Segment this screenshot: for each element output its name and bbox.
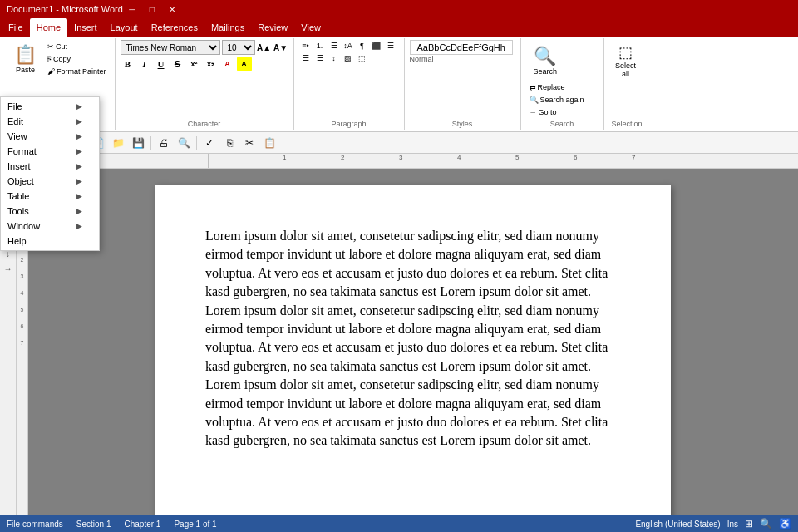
- menu-item-references[interactable]: References: [145, 18, 204, 37]
- toolbar-preview-btn[interactable]: 🔍: [175, 135, 193, 151]
- dropdown-item-insert-label: Insert: [7, 161, 31, 171]
- menu-item-layout[interactable]: Layout: [104, 18, 145, 37]
- dropdown-item-window[interactable]: Window ▶: [1, 219, 99, 234]
- toolbar-spell-btn[interactable]: ✓: [200, 135, 219, 151]
- bullets-button[interactable]: ≡•: [299, 40, 313, 52]
- dropdown-item-view[interactable]: View ▶: [1, 129, 99, 144]
- decrease-size-button[interactable]: A▼: [273, 40, 288, 55]
- outline-button[interactable]: ☰: [328, 40, 341, 52]
- align-center-button[interactable]: ☰: [384, 40, 397, 52]
- close-button[interactable]: ✕: [163, 2, 181, 16]
- pilcrow-button[interactable]: ¶: [356, 40, 369, 52]
- styles-group-label: Styles: [410, 118, 515, 128]
- font-family-select[interactable]: Times New Roman Arial Calibri: [121, 40, 220, 55]
- toolbar-save-btn[interactable]: 💾: [129, 135, 147, 151]
- search-label: Search: [534, 67, 558, 76]
- paste-button[interactable]: 📋 Paste: [8, 40, 42, 78]
- menu-item-insert[interactable]: Insert: [67, 18, 104, 37]
- dropdown-item-format-arrow: ▶: [76, 147, 82, 155]
- dropdown-item-tools-label: Tools: [7, 206, 29, 216]
- dropdown-item-table[interactable]: Table ▶: [1, 189, 99, 204]
- ribbon-search-group: 🔍 Search ⇄ Replace 🔍 Search again → Go t…: [521, 38, 604, 130]
- highlight-button[interactable]: A: [237, 57, 252, 71]
- toolbar-separator-3: [196, 136, 197, 150]
- bold-button[interactable]: B: [121, 57, 135, 71]
- dropdown-item-file-label: File: [7, 101, 22, 111]
- dropdown-item-table-arrow: ▶: [76, 192, 82, 200]
- menu-item-review[interactable]: Review: [251, 18, 294, 37]
- align-left-button[interactable]: ⬛: [370, 40, 383, 52]
- dropdown-item-help[interactable]: Help: [1, 234, 99, 249]
- document-page[interactable]: Lorem ipsum dolor sit amet, consetetur s…: [155, 185, 671, 532]
- superscript-button[interactable]: x²: [187, 57, 202, 71]
- document-text[interactable]: Lorem ipsum dolor sit amet, consetetur s…: [205, 227, 621, 451]
- borders-button[interactable]: ⬚: [356, 52, 369, 64]
- v-ruler-mark-3: 3: [17, 268, 27, 285]
- dropdown-item-edit-label: Edit: [7, 116, 23, 126]
- dropdown-item-window-arrow: ▶: [76, 222, 82, 230]
- select-all-button[interactable]: ⬚ Select all: [609, 40, 643, 81]
- cut-button[interactable]: ✂ Cut: [44, 41, 110, 52]
- dropdown-item-tools[interactable]: Tools ▶: [1, 204, 99, 219]
- status-page: Page 1 of 1: [174, 520, 216, 529]
- increase-size-button[interactable]: A▲: [257, 40, 272, 55]
- goto-icon: →: [530, 108, 537, 116]
- dropdown-item-edit[interactable]: Edit ▶: [1, 114, 99, 129]
- menu-item-file[interactable]: File: [2, 18, 30, 37]
- font-color-button[interactable]: A: [220, 57, 235, 71]
- status-chapter: Chapter 1: [125, 520, 161, 529]
- dropdown-item-file[interactable]: File ▶: [1, 99, 99, 114]
- ribbon: 📋 Paste ✂ Cut ⎘ Copy 🖌 Format Painter Cl…: [0, 37, 798, 132]
- menu-item-mailings[interactable]: Mailings: [204, 18, 251, 37]
- restore-button[interactable]: □: [143, 2, 161, 16]
- dropdown-item-object[interactable]: Object ▶: [1, 174, 99, 189]
- align-right-button[interactable]: ☰: [299, 52, 313, 64]
- search-again-button[interactable]: 🔍 Search again: [526, 94, 588, 106]
- underline-button[interactable]: U: [154, 57, 169, 71]
- menu-bar: File Home Insert Layout References Maili…: [0, 18, 798, 37]
- font-format-row: B I U S x² x₂ A A: [121, 57, 252, 71]
- strikethrough-button[interactable]: S: [170, 57, 185, 71]
- font-group-label: Character: [121, 118, 288, 128]
- copy-button[interactable]: ⎘ Copy: [44, 53, 110, 65]
- ruler-mark-3: 3: [399, 154, 402, 161]
- clipboard-row: 📋 Paste ✂ Cut ⎘ Copy 🖌 Format Painter: [8, 40, 110, 78]
- v-ruler-mark-6: 6: [17, 318, 27, 335]
- replace-button[interactable]: ⇄ Replace: [526, 81, 588, 93]
- ruler-mark-6: 6: [574, 154, 577, 161]
- line-spacing-button[interactable]: ↕: [328, 52, 341, 64]
- status-section: Section 1: [76, 520, 111, 529]
- status-layout-icon[interactable]: ⊞: [745, 518, 753, 530]
- toolbar-cut-btn[interactable]: ✂: [240, 135, 259, 151]
- select-all-icon: ⬚: [618, 43, 633, 62]
- shading-button[interactable]: ▧: [342, 52, 355, 64]
- sort-button[interactable]: ↕A: [342, 40, 355, 52]
- search-button[interactable]: 🔍 Search: [526, 40, 565, 81]
- toolbar-copy-btn[interactable]: ⎘: [220, 135, 239, 151]
- align-justify-button[interactable]: ☰: [313, 52, 327, 64]
- replace-label: Replace: [538, 83, 565, 91]
- goto-button[interactable]: → Go to: [526, 106, 588, 118]
- sidebar-tool-7[interactable]: →: [2, 262, 15, 275]
- status-zoom-icon[interactable]: 🔍: [760, 518, 772, 530]
- toolbar-print-btn[interactable]: 🖨: [155, 135, 173, 151]
- dropdown-item-format[interactable]: Format ▶: [1, 144, 99, 159]
- toolbar-open-btn[interactable]: 📁: [109, 135, 127, 151]
- format-painter-button[interactable]: 🖌 Format Painter: [44, 66, 110, 77]
- ruler-scale: 1 2 3 4 5 6 7: [208, 154, 798, 168]
- copy-icon: ⎘: [47, 55, 52, 63]
- status-accessibility-icon[interactable]: ♿: [779, 518, 791, 530]
- minimize-button[interactable]: ─: [123, 2, 141, 16]
- numbering-button[interactable]: 1.: [313, 40, 327, 52]
- toolbar-paste-btn[interactable]: 📋: [260, 135, 278, 151]
- subscript-button[interactable]: x₂: [204, 57, 219, 71]
- font-size-select[interactable]: 10 11 12 14 16: [222, 40, 255, 55]
- style-preview-button[interactable]: AaBbCcDdEeFfGgHh: [410, 40, 513, 55]
- ruler-mark-5: 5: [515, 154, 519, 161]
- dropdown-item-insert[interactable]: Insert ▶: [1, 159, 99, 174]
- italic-button[interactable]: I: [137, 57, 152, 71]
- document-area[interactable]: Lorem ipsum dolor sit amet, consetetur s…: [28, 169, 798, 532]
- menu-item-view[interactable]: View: [294, 18, 328, 37]
- dropdown-item-view-arrow: ▶: [76, 132, 82, 140]
- menu-item-home[interactable]: Home: [30, 18, 67, 37]
